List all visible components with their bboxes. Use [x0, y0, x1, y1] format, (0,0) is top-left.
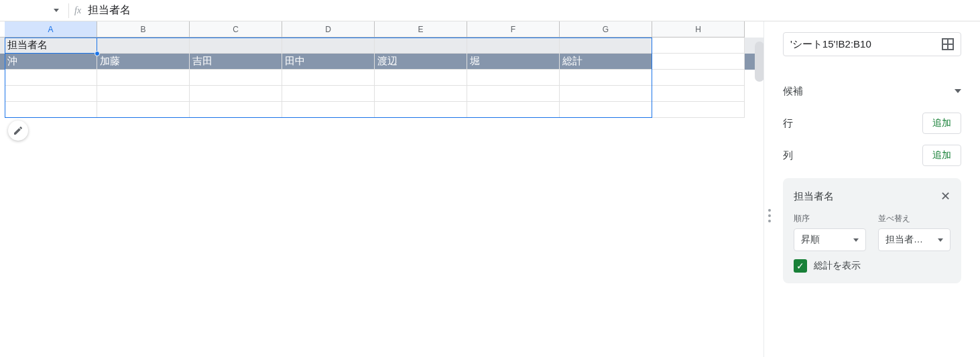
cell[interactable]: [5, 70, 97, 86]
table-row[interactable]: [0, 86, 763, 102]
col-header-b[interactable]: B: [97, 21, 190, 38]
column-headers-row: A B C D E F G H: [0, 21, 763, 38]
col-header-a[interactable]: A: [5, 21, 97, 38]
table-row[interactable]: [0, 102, 763, 118]
cell-b2[interactable]: 加藤: [97, 54, 190, 70]
cell[interactable]: [467, 102, 560, 118]
cell[interactable]: [5, 86, 97, 102]
cell[interactable]: [97, 38, 190, 54]
formula-bar: fx: [0, 0, 980, 21]
pivot-editor-panel: 'シート15'!B2:B10 候補 行 追加 列 追加 担当者名 ✕ 順序: [764, 21, 980, 357]
formula-input[interactable]: [88, 5, 975, 17]
cols-section: 列 追加: [783, 139, 961, 171]
order-select[interactable]: 昇順: [794, 228, 866, 251]
cell[interactable]: [5, 102, 97, 118]
cell[interactable]: [190, 86, 282, 102]
cell[interactable]: [282, 38, 375, 54]
order-value: 昇順: [801, 234, 820, 246]
vertical-scrollbar[interactable]: [755, 42, 764, 82]
add-row-button[interactable]: 追加: [922, 113, 961, 134]
cell[interactable]: [190, 102, 282, 118]
cell[interactable]: [560, 86, 652, 102]
column-field-card: 担当者名 ✕ 順序 昇順 並べ替え 担当者…: [783, 178, 961, 283]
cell[interactable]: [467, 86, 560, 102]
cell[interactable]: [97, 86, 190, 102]
cell[interactable]: [652, 54, 745, 70]
col-header-e[interactable]: E: [375, 21, 467, 38]
cell[interactable]: [282, 70, 375, 86]
cell[interactable]: [97, 70, 190, 86]
selection-handle[interactable]: [95, 51, 100, 56]
cell[interactable]: [190, 38, 282, 54]
cell[interactable]: [652, 86, 745, 102]
cell-e2[interactable]: 渡辺: [375, 54, 467, 70]
chevron-down-icon: [955, 89, 961, 93]
cell[interactable]: [652, 70, 745, 86]
select-range-icon[interactable]: [942, 38, 954, 50]
cell[interactable]: [560, 102, 652, 118]
cell[interactable]: [282, 102, 375, 118]
cell-d2[interactable]: 田中: [282, 54, 375, 70]
col-header-c[interactable]: C: [190, 21, 282, 38]
range-text: 'シート15'!B2:B10: [790, 38, 871, 51]
show-totals-checkbox[interactable]: ✓: [794, 259, 807, 273]
candidates-label: 候補: [783, 85, 803, 98]
cell[interactable]: [652, 38, 745, 54]
cell[interactable]: [560, 70, 652, 86]
candidates-row[interactable]: 候補: [783, 75, 961, 107]
cell-c2[interactable]: 吉田: [190, 54, 282, 70]
sortby-select[interactable]: 担当者…: [878, 228, 951, 251]
cell-a2[interactable]: 沖: [5, 54, 97, 70]
caret-down-icon: [938, 238, 943, 242]
sort-value: 担当者…: [885, 234, 923, 246]
col-header-f[interactable]: F: [467, 21, 560, 38]
cell-g2[interactable]: 総計: [560, 54, 652, 70]
rows-section: 行 追加: [783, 107, 961, 139]
cell[interactable]: [560, 38, 652, 54]
col-header-d[interactable]: D: [282, 21, 375, 38]
data-range-input[interactable]: 'シート15'!B2:B10: [783, 32, 961, 56]
order-label: 順序: [794, 213, 866, 224]
cell[interactable]: [652, 102, 745, 118]
cell[interactable]: [467, 70, 560, 86]
show-totals-label: 総計を表示: [814, 260, 861, 272]
caret-down-icon: [54, 9, 59, 12]
fx-icon: fx: [74, 5, 81, 16]
cell[interactable]: [282, 86, 375, 102]
table-row[interactable]: 担当者名: [0, 38, 763, 54]
edit-pivot-button[interactable]: [8, 121, 28, 141]
table-row[interactable]: 沖 加藤 吉田 田中 渡辺 堀 総計: [0, 54, 763, 70]
sort-label: 並べ替え: [878, 213, 951, 224]
rows-label: 行: [783, 117, 793, 130]
cell-f2[interactable]: 堀: [467, 54, 560, 70]
drag-handle-icon[interactable]: [768, 209, 771, 222]
cell[interactable]: [375, 86, 467, 102]
cell[interactable]: [375, 70, 467, 86]
cell-a1[interactable]: 担当者名: [5, 38, 97, 54]
pencil-icon: [13, 125, 23, 136]
col-header-h[interactable]: H: [652, 21, 745, 38]
divider: [68, 3, 69, 18]
card-title: 担当者名: [794, 190, 834, 203]
spreadsheet-grid[interactable]: A B C D E F G H 担当者名: [0, 21, 764, 357]
cell[interactable]: [375, 102, 467, 118]
remove-field-button[interactable]: ✕: [940, 189, 951, 204]
add-col-button[interactable]: 追加: [922, 145, 961, 166]
table-row[interactable]: [0, 70, 763, 86]
caret-down-icon: [853, 238, 859, 242]
cell[interactable]: [97, 102, 190, 118]
cols-label: 列: [783, 149, 793, 162]
cell[interactable]: [375, 38, 467, 54]
col-header-g[interactable]: G: [560, 21, 652, 38]
cell[interactable]: [467, 38, 560, 54]
cell[interactable]: [190, 70, 282, 86]
name-box-dropdown[interactable]: [5, 3, 63, 19]
